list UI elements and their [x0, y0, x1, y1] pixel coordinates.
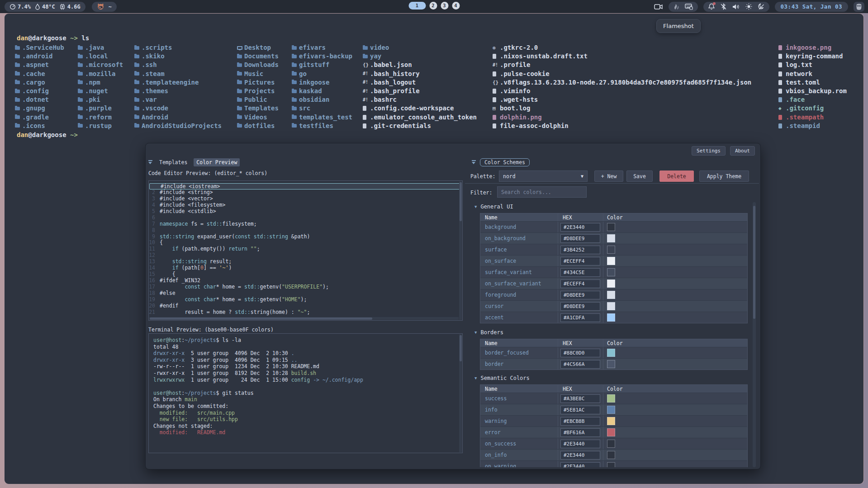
folder-icon: [78, 72, 83, 76]
tab-templates[interactable]: Templates: [157, 158, 190, 166]
color-row-on_warning[interactable]: on_warning#2E3440: [480, 460, 747, 467]
color-swatch[interactable]: [607, 394, 615, 403]
section-header-general-ui[interactable]: ▼General UI: [474, 203, 753, 210]
hex-value-input[interactable]: #EBCB8B: [560, 417, 600, 426]
hex-value-input[interactable]: #2E3440: [560, 440, 600, 448]
workspace-4[interactable]: 4: [452, 2, 460, 9]
hex-value-input[interactable]: #5E81AC: [560, 406, 600, 414]
color-row-error[interactable]: error#BF616A: [480, 426, 747, 438]
editor-hscrollbar-track[interactable]: [149, 317, 459, 320]
workspace-1-active[interactable]: 1: [408, 2, 426, 9]
folder-icon: [292, 81, 297, 84]
color-row-on_surface[interactable]: on_surface#ECEFF4: [480, 255, 747, 266]
hex-value-input[interactable]: #4C566A: [560, 360, 600, 369]
hex-value-input[interactable]: #2E3440: [560, 451, 600, 460]
system-stats-pill[interactable]: 7.4% 48°C 4.6G: [5, 2, 85, 12]
editor-hscrollbar-thumb[interactable]: [150, 317, 372, 320]
terminal-app-pill[interactable]: >_ ~: [92, 2, 117, 12]
keyboard-lock-icon[interactable]: [685, 3, 693, 10]
hex-value-input[interactable]: #A1CDFA: [560, 313, 600, 322]
night-light-off-icon[interactable]: [758, 3, 764, 10]
hex-value-input[interactable]: #D8DEE9: [560, 234, 600, 243]
color-row-surface_variant[interactable]: surface_variant#434C5E: [480, 266, 747, 278]
workspace-3[interactable]: 3: [441, 2, 448, 9]
tab-color-preview[interactable]: Color Preview: [194, 158, 240, 166]
color-swatch[interactable]: [607, 313, 615, 322]
apply-theme-button[interactable]: Apply Theme: [699, 171, 749, 182]
bluetooth-off-icon[interactable]: [721, 3, 726, 10]
color-swatch[interactable]: [607, 451, 615, 459]
delete-button[interactable]: Delete: [659, 171, 694, 182]
hex-value-input[interactable]: #ECEFF4: [560, 257, 600, 265]
color-row-border_focused[interactable]: border_focused#88C0D0: [480, 347, 747, 358]
color-swatch[interactable]: [607, 291, 615, 299]
color-swatch[interactable]: [607, 223, 615, 231]
notifications-wrap[interactable]: [708, 3, 715, 10]
color-swatch[interactable]: [607, 462, 615, 467]
terminal-vscrollbar-track[interactable]: [459, 334, 462, 452]
file-entry: .ssh: [134, 61, 157, 69]
color-row-on_surface_variant[interactable]: on_surface_variant#ECEFF4: [480, 278, 747, 289]
volume-icon[interactable]: [732, 4, 740, 10]
text-segment: [160, 297, 185, 303]
terminal-vscrollbar-thumb[interactable]: [460, 335, 462, 361]
color-row-info[interactable]: info#5E81AC: [480, 404, 747, 415]
hex-value-input[interactable]: #D8DEE9: [560, 302, 600, 311]
color-swatch[interactable]: [607, 406, 615, 414]
color-swatch[interactable]: [607, 280, 615, 288]
hex-value-input[interactable]: #A3BE8C: [560, 394, 600, 403]
new-palette-button[interactable]: + New: [594, 171, 623, 182]
hex-value-input[interactable]: #88C0D0: [560, 349, 600, 357]
section-header-borders[interactable]: ▼Borders: [474, 329, 753, 336]
screen-record-icon[interactable]: [654, 3, 663, 10]
settings-button[interactable]: Settings: [692, 146, 726, 156]
color-row-on_background[interactable]: on_background#D8DEE9: [480, 232, 747, 244]
save-button[interactable]: Save: [626, 171, 653, 182]
color-swatch[interactable]: [607, 417, 615, 425]
colors-scrollbar-thumb[interactable]: [753, 206, 755, 319]
color-swatch[interactable]: [607, 268, 615, 276]
editor-vscrollbar-thumb[interactable]: [460, 182, 462, 221]
color-row-warning[interactable]: warning#EBCB8B: [480, 415, 747, 426]
hex-value-input[interactable]: #ECEFF4: [560, 280, 600, 288]
hex-value-input[interactable]: #2E3440: [560, 223, 600, 232]
colors-scrollbar-track[interactable]: [753, 202, 756, 467]
hex-value-input[interactable]: #3B4252: [560, 246, 600, 254]
section-header-semantic-colors[interactable]: ▼Semantic Colors: [474, 374, 753, 382]
color-swatch[interactable]: [607, 428, 615, 436]
hex-value-input[interactable]: #434C5E: [560, 268, 600, 277]
color-row-border[interactable]: border#4C566A: [480, 358, 747, 370]
hex-value-input[interactable]: #D8DEE9: [560, 291, 600, 299]
about-button[interactable]: About: [730, 146, 755, 156]
color-row-accent[interactable]: accent#A1CDFA: [480, 312, 747, 323]
color-row-background[interactable]: background#2E3440: [480, 221, 747, 232]
workspace-2[interactable]: 2: [429, 2, 437, 9]
color-swatch[interactable]: [607, 349, 615, 357]
color-swatch[interactable]: [607, 302, 615, 310]
text-segment: [160, 284, 185, 290]
clock-pill[interactable]: 03:43 Sat, Jan 03: [775, 2, 848, 12]
color-swatch[interactable]: [607, 360, 615, 368]
editor-vscrollbar-track[interactable]: [459, 181, 462, 320]
color-filter-input[interactable]: [497, 186, 587, 198]
flameshot-icon[interactable]: [674, 4, 679, 10]
hex-value-input[interactable]: #BF616A: [560, 428, 600, 437]
color-swatch[interactable]: [607, 234, 615, 242]
color-sections-scroll-area: ▼General UINameHEXColorbackground#2E3440…: [465, 202, 753, 467]
right-pane-menu-icon[interactable]: [472, 160, 476, 165]
color-swatch[interactable]: [607, 440, 615, 448]
tab-color-schemes[interactable]: Color Schemes: [480, 158, 530, 166]
color-swatch[interactable]: [607, 246, 615, 254]
color-row-cursor[interactable]: cursor#D8DEE9: [480, 300, 747, 312]
color-row-foreground[interactable]: foreground#D8DEE9: [480, 289, 747, 300]
color-swatch[interactable]: [607, 257, 615, 265]
color-row-on_info[interactable]: on_info#2E3440: [480, 449, 747, 460]
brightness-icon[interactable]: [745, 3, 752, 10]
color-row-on_success[interactable]: on_success#2E3440: [480, 438, 747, 449]
tray-owl-pill[interactable]: [854, 2, 864, 12]
color-row-success[interactable]: success#A3BE8C: [480, 393, 747, 404]
color-row-surface[interactable]: surface#3B4252: [480, 244, 747, 255]
palette-select[interactable]: nord ▼: [499, 171, 588, 182]
hex-value-input[interactable]: #2E3440: [560, 462, 600, 468]
left-pane-menu-icon[interactable]: [148, 160, 153, 165]
